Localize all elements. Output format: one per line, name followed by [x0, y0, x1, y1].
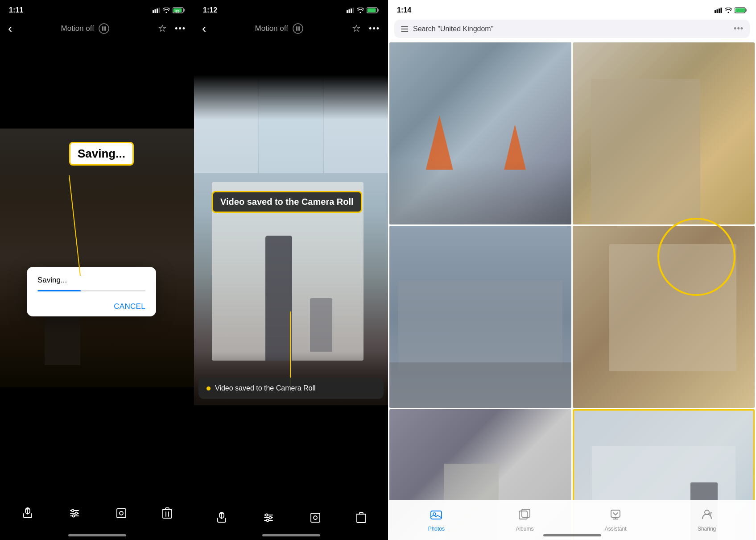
video-saved-callout: Video saved to the Camera Roll — [212, 191, 362, 213]
assistant-tab-icon — [609, 508, 622, 524]
svg-point-8 — [99, 24, 109, 33]
svg-point-16 — [72, 510, 74, 512]
home-indicator-3 — [543, 534, 601, 536]
status-icons-1: 95 — [153, 7, 185, 13]
motion-off-label-1: Motion off — [61, 24, 94, 33]
time-2: 1:12 — [203, 6, 217, 14]
photo-scene-2: Video saved to the Camera Roll Video sav… — [194, 75, 388, 405]
svg-point-18 — [73, 515, 75, 517]
grid-item-3[interactable] — [389, 226, 571, 408]
signal-icon-2 — [347, 8, 354, 13]
svg-rect-21 — [163, 510, 172, 518]
svg-rect-65 — [611, 510, 620, 517]
more-button-2[interactable]: ••• — [369, 24, 380, 33]
battery-icon-2 — [367, 7, 379, 13]
home-indicator-1 — [68, 534, 126, 536]
saving-dialog-actions: CANCEL — [37, 297, 145, 316]
menu-icon[interactable] — [401, 25, 409, 33]
wifi-icon — [163, 8, 170, 13]
dark-top-2 — [194, 39, 388, 75]
svg-rect-26 — [349, 9, 350, 13]
battery-icon: 95 — [173, 7, 185, 13]
saving-dialog: Saving... CANCEL — [27, 267, 156, 316]
svg-rect-50 — [721, 8, 722, 13]
photos-tab-icon — [430, 508, 442, 524]
tab-assistant[interactable]: Assistant — [605, 508, 627, 532]
back-button-1[interactable]: ‹ — [8, 21, 12, 36]
nav-bar-1: ‹ Motion off ☆ ••• — [0, 18, 194, 39]
search-placeholder-text: Search "United Kingdom" — [413, 25, 729, 33]
tab-sharing[interactable]: Sharing — [698, 508, 716, 532]
status-icons-3 — [715, 7, 747, 13]
svg-rect-2 — [157, 8, 158, 13]
svg-rect-48 — [717, 9, 718, 13]
person-figure-2 — [310, 298, 332, 352]
photo-dark-bottom-1 — [0, 387, 194, 450]
svg-rect-0 — [153, 10, 154, 13]
grid-item-2[interactable] — [573, 42, 755, 224]
pause-circle-icon-1[interactable] — [99, 23, 109, 34]
share-button-1[interactable] — [22, 507, 33, 519]
time-1: 1:11 — [9, 6, 23, 14]
toast-text: Video saved to the Camera Roll — [215, 384, 316, 392]
svg-rect-25 — [347, 10, 348, 13]
tab-photos[interactable]: Photos — [428, 508, 445, 532]
grid-item-1[interactable] — [389, 42, 571, 224]
svg-point-44 — [314, 516, 317, 519]
cancel-button[interactable]: CANCEL — [114, 302, 145, 311]
svg-rect-47 — [715, 10, 716, 13]
crop-button-2[interactable] — [310, 512, 321, 523]
svg-rect-31 — [368, 8, 376, 12]
nav-left-1: ‹ — [8, 21, 12, 36]
photo-scene-1: Saving... CANCEL Saving... — [0, 129, 194, 387]
search-bar[interactable]: Search "United Kingdom" ••• — [394, 20, 750, 38]
status-bar-1: 1:11 95 — [0, 0, 194, 18]
photos-tab-label: Photos — [428, 526, 445, 532]
panel-1: 1:11 95 ‹ Mot — [0, 0, 194, 540]
svg-point-17 — [75, 512, 78, 515]
panel-2: 1:12 ‹ Motion off — [194, 0, 388, 540]
signal-icon-3 — [715, 8, 722, 13]
assistant-tab-label: Assistant — [605, 526, 627, 532]
delete-button-1[interactable] — [162, 507, 172, 519]
grid-item-4[interactable] — [573, 226, 755, 408]
photo-dark-top-1 — [0, 39, 194, 129]
status-bar-3: 1:14 — [388, 0, 756, 18]
svg-point-40 — [266, 514, 268, 516]
svg-rect-5 — [184, 9, 185, 12]
svg-rect-53 — [735, 8, 745, 12]
star-button-1[interactable]: ☆ — [158, 23, 167, 34]
svg-rect-49 — [719, 8, 720, 13]
svg-text:95: 95 — [175, 9, 179, 13]
pause-circle-icon-2[interactable] — [293, 23, 303, 34]
sharing-tab-icon — [701, 508, 713, 524]
adjust-button-1[interactable] — [69, 507, 80, 519]
svg-point-41 — [269, 517, 272, 519]
saving-callout-box: Saving... — [69, 142, 134, 166]
search-more-icon[interactable]: ••• — [734, 24, 744, 33]
svg-rect-30 — [378, 9, 379, 12]
crop-button-1[interactable] — [116, 507, 127, 519]
toast-notification: Video saved to the Camera Roll — [198, 378, 384, 399]
status-icons-2 — [347, 7, 379, 13]
nav-right-1: ☆ ••• — [158, 23, 186, 34]
wifi-icon-3 — [725, 8, 732, 13]
back-button-2[interactable]: ‹ — [202, 21, 206, 36]
toast-dot — [207, 386, 211, 390]
svg-rect-1 — [155, 9, 156, 13]
share-button-2[interactable] — [216, 512, 227, 523]
svg-point-20 — [120, 511, 123, 515]
nav-center-2: Motion off — [255, 23, 303, 34]
svg-rect-9 — [102, 26, 103, 31]
tab-albums[interactable]: Albums — [516, 508, 533, 532]
svg-rect-63 — [519, 511, 527, 519]
svg-rect-34 — [298, 26, 300, 31]
adjust-button-2[interactable] — [263, 512, 274, 523]
more-button-1[interactable]: ••• — [175, 24, 186, 33]
svg-rect-28 — [353, 8, 354, 13]
dark-overlay-top-2 — [194, 75, 388, 120]
star-button-2[interactable]: ☆ — [352, 23, 361, 34]
albums-tab-label: Albums — [516, 526, 533, 532]
svg-point-42 — [267, 519, 269, 522]
delete-button-2[interactable] — [356, 512, 366, 523]
